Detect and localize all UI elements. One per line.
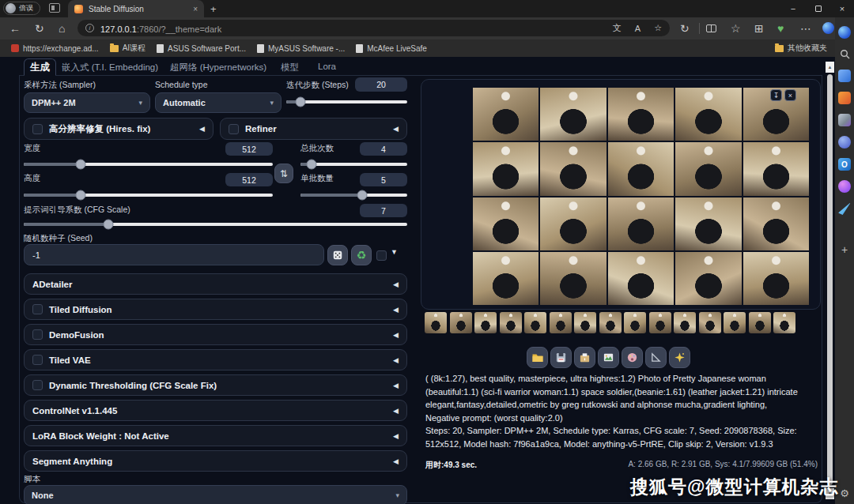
seed-extras-toggle-icon[interactable]: ▼	[391, 248, 398, 256]
shopping-icon[interactable]	[838, 92, 851, 104]
random-seed-button[interactable]	[327, 245, 348, 265]
scrollbar-thumb[interactable]	[827, 74, 833, 485]
people-icon[interactable]	[838, 114, 851, 126]
gallery-thumbnail[interactable]	[500, 312, 522, 333]
accordion-dynamic-thresholding[interactable]: Dynamic Thresholding (CFG Scale Fix)◀	[24, 374, 407, 396]
gallery-thumbnail[interactable]	[550, 312, 572, 333]
accordion-tiled-diffusion[interactable]: Tiled Diffusion◀	[24, 299, 407, 320]
gallery-image[interactable]	[540, 88, 606, 141]
save-button[interactable]	[550, 347, 572, 368]
gallery-thumbnail[interactable]	[599, 312, 622, 333]
batch-size-slider[interactable]	[300, 194, 407, 197]
batch-size-value[interactable]: 5	[360, 173, 407, 186]
bookmark-item[interactable]: https://exchange.ad...	[11, 44, 99, 53]
gallery-image[interactable]	[540, 197, 606, 250]
gallery-thumbnail[interactable]	[425, 312, 447, 333]
slider-handle[interactable]	[296, 97, 306, 107]
seed-input[interactable]	[24, 244, 324, 265]
height-value[interactable]: 512	[225, 173, 273, 186]
send-to-extras-button[interactable]	[645, 347, 667, 368]
generation-info[interactable]: ( (8k:1.27), best quality, masterpiece, …	[425, 372, 819, 450]
width-value[interactable]: 512	[225, 142, 273, 156]
gallery-thumbnail[interactable]	[474, 312, 497, 333]
window-minimize-button[interactable]: −	[781, 0, 805, 17]
page-scrollbar[interactable]: ▲ ▼	[826, 62, 834, 504]
copilot-icon[interactable]	[838, 26, 851, 39]
drop-icon[interactable]	[838, 180, 851, 193]
width-slider[interactable]	[24, 163, 273, 166]
send-to-img2img-button[interactable]	[598, 347, 619, 368]
tiled-diffusion-checkbox[interactable]	[32, 304, 43, 314]
accordion-segment-anything[interactable]: Segment Anything◀	[24, 450, 407, 472]
tiled-vae-checkbox[interactable]	[32, 355, 43, 365]
gallery-image[interactable]	[675, 88, 741, 141]
close-gallery-button[interactable]: ×	[784, 89, 796, 101]
back-icon[interactable]: ←	[9, 23, 21, 34]
translate-icon[interactable]: 文	[613, 22, 622, 34]
refresh-icon[interactable]: ↻	[35, 23, 44, 34]
sync-icon[interactable]: ↻	[680, 23, 690, 34]
slider-handle[interactable]	[76, 190, 86, 201]
upscale-button[interactable]	[669, 347, 690, 368]
settings-more-icon[interactable]: ⋯	[800, 23, 811, 34]
save-zip-button[interactable]	[574, 347, 595, 368]
accordion-demofusion[interactable]: DemoFusion◀	[24, 324, 407, 345]
gallery-thumbnail[interactable]	[624, 312, 646, 333]
accordion-controlnet[interactable]: ControlNet v1.1.445◀	[24, 400, 407, 421]
window-restore-button[interactable]	[807, 0, 830, 17]
hires-fix-accordion[interactable]: 高分辨率修复 (Hires. fix) ◀	[24, 118, 214, 140]
browser-essentials-icon[interactable]: ♥	[777, 23, 784, 34]
gallery-image[interactable]	[473, 197, 538, 250]
scroll-up-icon[interactable]: ▲	[826, 62, 834, 73]
new-tab-button[interactable]: +	[210, 3, 217, 15]
gallery-thumbnail[interactable]	[450, 312, 472, 333]
split-screen-icon[interactable]	[706, 24, 716, 32]
browser-tab[interactable]: Stable Diffusion ×	[68, 0, 204, 17]
send-to-inpaint-button[interactable]	[622, 347, 643, 368]
slider-handle[interactable]	[103, 220, 113, 230]
gallery-thumbnail[interactable]	[773, 312, 795, 333]
open-folder-button[interactable]	[527, 347, 548, 368]
gallery-image[interactable]	[608, 252, 674, 305]
profile-chip[interactable]: 倍误	[3, 2, 40, 15]
other-favorites[interactable]: 其他收藏夹	[775, 43, 827, 54]
schedule-dropdown[interactable]: Automatic▾	[155, 92, 282, 113]
bookmark-item[interactable]: AI课程	[110, 43, 145, 54]
tab-hypernetworks[interactable]: 超网络 (Hypernetworks)	[170, 62, 266, 73]
gallery-image[interactable]	[608, 142, 674, 195]
gallery-image[interactable]	[540, 142, 606, 195]
accordion-lora-block-weight[interactable]: LoRA Block Weight : Not Active◀	[24, 425, 407, 446]
refiner-accordion[interactable]: Refiner ◀	[220, 118, 407, 140]
gallery-image[interactable]	[608, 197, 674, 250]
tab-close-icon[interactable]: ×	[193, 5, 198, 13]
tab-generate[interactable]: 生成	[24, 58, 56, 76]
cfg-slider[interactable]	[24, 223, 407, 226]
steps-slider[interactable]	[286, 100, 407, 103]
gallery-image[interactable]	[473, 142, 538, 195]
sampler-dropdown[interactable]: DPM++ 2M▾	[24, 92, 150, 113]
gallery-thumbnail[interactable]	[649, 312, 671, 333]
gallery-thumbnail[interactable]	[699, 312, 721, 333]
tab-embedding[interactable]: 嵌入式 (T.I. Embedding)	[62, 62, 158, 73]
reuse-seed-button[interactable]: ♻	[351, 245, 372, 265]
bookmark-item[interactable]: McAfee LiveSafe	[356, 44, 427, 53]
steps-value[interactable]: 20	[355, 77, 407, 92]
workspaces-icon[interactable]	[49, 3, 60, 13]
slider-handle[interactable]	[357, 190, 368, 201]
gear-icon[interactable]: ⚙	[838, 487, 851, 499]
bookmark-item[interactable]: MyASUS Software -...	[257, 44, 345, 53]
script-dropdown[interactable]: None▾	[24, 485, 407, 504]
gallery-thumbnail[interactable]	[724, 312, 746, 333]
favorite-star-icon[interactable]: ☆	[654, 23, 662, 33]
hires-fix-checkbox[interactable]	[32, 124, 43, 134]
extra-seed-checkbox[interactable]	[376, 250, 387, 261]
gallery-image[interactable]	[675, 252, 741, 305]
height-slider[interactable]	[24, 194, 273, 197]
home-icon[interactable]: ⌂	[59, 23, 65, 34]
gallery-image[interactable]	[743, 252, 809, 305]
bookmark-item[interactable]: ASUS Software Port...	[157, 44, 246, 53]
site-info-icon[interactable]: i	[85, 24, 94, 32]
outlook-icon[interactable]: O	[838, 158, 851, 171]
gallery-image[interactable]	[540, 252, 606, 305]
gallery-thumbnail[interactable]	[574, 312, 596, 333]
